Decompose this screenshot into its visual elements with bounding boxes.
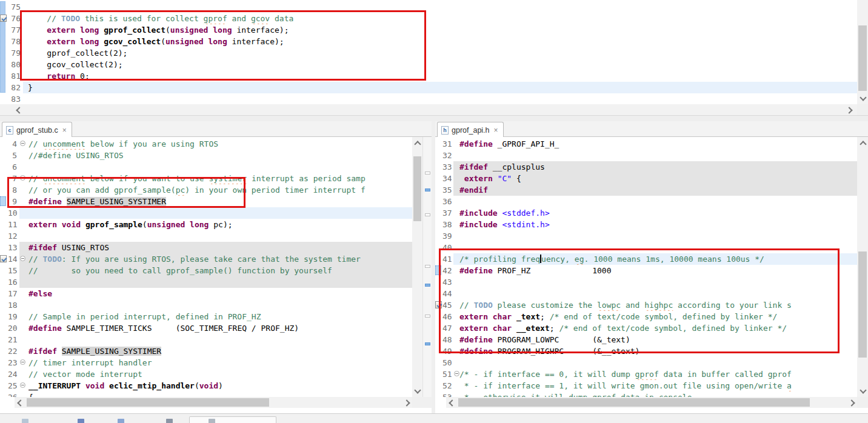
code-line[interactable]: 23// timer interrupt handler xyxy=(0,357,412,368)
code-line[interactable]: 77 extern long gprof_collect(unsigned lo… xyxy=(0,24,857,36)
bottom-view-tab[interactable] xyxy=(189,416,276,423)
scroll-left-icon[interactable] xyxy=(15,398,24,407)
code-line[interactable]: 38#include <stdint.h> xyxy=(435,219,857,230)
scroll-up-icon[interactable] xyxy=(412,138,422,148)
scroll-up-icon[interactable] xyxy=(858,138,867,148)
code-line[interactable]: 48#define PROGRAM_LOWPC (&_text) xyxy=(435,334,857,345)
code-line[interactable]: 32 xyxy=(435,150,857,161)
scroll-left-icon[interactable] xyxy=(446,398,456,407)
code-line[interactable]: 10 xyxy=(0,207,412,219)
code-line[interactable]: 75 xyxy=(0,1,857,13)
code-line[interactable]: 51/* - if interface == 0, it will dump g… xyxy=(435,368,857,380)
code-line[interactable]: 39 xyxy=(435,230,857,242)
scroll-left-icon[interactable] xyxy=(13,105,23,115)
code-line[interactable]: 6 xyxy=(0,161,412,173)
code-area-left[interactable]: 4// uncomment below if you are using RTO… xyxy=(0,137,412,397)
code-line[interactable]: 52 * - if interface == 1, it will write … xyxy=(435,380,857,391)
code-line[interactable]: 26{ xyxy=(0,391,412,397)
overview-marker[interactable] xyxy=(425,265,430,268)
code-line[interactable]: 34 extern "C" { xyxy=(435,173,857,184)
code-line[interactable]: 47extern char __etext; /* end of text/co… xyxy=(435,322,857,334)
code-line[interactable]: 37#include <stddef.h> xyxy=(435,207,857,219)
overview-marker[interactable] xyxy=(425,315,430,318)
view-icon-3-icon[interactable] xyxy=(118,419,124,423)
scroll-right-icon[interactable] xyxy=(845,105,855,115)
scrollbar-thumb[interactable] xyxy=(858,25,867,91)
scrollbar-thumb[interactable] xyxy=(858,251,867,358)
scroll-right-icon[interactable] xyxy=(402,398,412,407)
close-icon[interactable]: × xyxy=(494,126,498,135)
overview-marker[interactable] xyxy=(425,342,430,345)
vertical-scrollbar-left[interactable] xyxy=(412,137,422,397)
code-line[interactable]: 82} xyxy=(0,82,857,93)
vertical-scrollbar-right[interactable] xyxy=(857,137,868,397)
code-line[interactable]: 31#define _GPROF_API_H_ xyxy=(435,138,857,150)
code-line[interactable]: 4// uncomment below if you are using RTO… xyxy=(0,138,412,150)
code-line[interactable]: 25__INTERRUPT void eclic_mtip_handler(vo… xyxy=(0,380,412,391)
code-line[interactable]: 80 gcov_collect(2); xyxy=(0,59,857,70)
scroll-down-icon[interactable] xyxy=(858,93,867,103)
code-line[interactable]: 13#ifdef USING_RTOS xyxy=(0,242,412,253)
code-area-top[interactable]: 7576 // TODO this is used for collect gp… xyxy=(0,0,857,104)
overview-marker[interactable] xyxy=(425,188,430,192)
vertical-scrollbar-top[interactable] xyxy=(857,0,868,104)
close-icon[interactable]: × xyxy=(62,126,67,135)
code-line[interactable]: 40 xyxy=(435,242,857,253)
code-line[interactable]: 50 xyxy=(435,357,857,368)
code-line[interactable]: 44 xyxy=(435,288,857,299)
code-line[interactable]: 17#else xyxy=(0,288,412,299)
code-line[interactable]: 12 xyxy=(0,230,412,242)
scroll-down-icon[interactable] xyxy=(412,386,422,396)
fold-collapse-icon[interactable] xyxy=(19,357,28,368)
code-line[interactable]: 42#define PROF_HZ 1000 xyxy=(435,265,857,276)
scroll-down-icon[interactable] xyxy=(858,386,867,396)
code-line[interactable]: 33#ifdef __cplusplus xyxy=(435,161,857,173)
scrollbar-thumb[interactable] xyxy=(413,156,421,221)
horizontal-scrollbar-top[interactable] xyxy=(0,104,857,115)
code-line[interactable]: 81 return 0; xyxy=(0,70,857,82)
overview-marker[interactable] xyxy=(425,172,430,175)
fold-collapse-icon[interactable] xyxy=(19,138,28,150)
scroll-right-icon[interactable] xyxy=(847,398,857,407)
code-line[interactable]: 16 xyxy=(0,276,412,288)
view-icon-2-icon[interactable] xyxy=(78,419,84,423)
code-line[interactable]: 8// or you can add gprof_sample(pc) in y… xyxy=(0,184,412,196)
code-line[interactable]: 24// vector mode interrupt xyxy=(0,368,412,380)
code-line[interactable]: 14// TODO: If you are using RTOS, please… xyxy=(0,253,412,265)
code-line[interactable]: 46extern char _text; /* end of text/code… xyxy=(435,311,857,322)
code-line[interactable]: 78 extern long gcov_collect(unsigned lon… xyxy=(0,36,857,47)
code-line[interactable]: 9#define SAMPLE_USING_SYSTIMER xyxy=(0,196,412,207)
scrollbar-thumb[interactable] xyxy=(27,398,269,407)
code-line[interactable]: 35#endif xyxy=(435,184,857,196)
code-line[interactable]: 43 xyxy=(435,276,857,288)
overview-marker[interactable] xyxy=(425,213,430,216)
code-line[interactable]: 19// Sample in period interrupt, defined… xyxy=(0,311,412,322)
code-line[interactable]: 79 gprof_collect(2); xyxy=(0,47,857,59)
code-line[interactable]: 15// so you need to call gprof_sample() … xyxy=(0,265,412,276)
fold-collapse-icon[interactable] xyxy=(19,173,28,184)
code-line[interactable]: 11extern void gprof_sample(unsigned long… xyxy=(0,219,412,230)
fold-collapse-icon[interactable] xyxy=(19,253,28,265)
code-line[interactable]: 21 xyxy=(0,334,412,345)
code-line[interactable]: 83 xyxy=(0,93,857,104)
scrollbar-thumb[interactable] xyxy=(458,398,810,407)
code-line[interactable]: 49#define PROGRAM_HIGHPC (&__etext) xyxy=(435,345,857,357)
horizontal-scrollbar-left[interactable] xyxy=(15,397,412,408)
code-line[interactable]: 53 * - otherwise it will dump gprof data… xyxy=(435,391,857,397)
code-line[interactable]: 45// TODO please customize the lowpc and… xyxy=(435,299,857,311)
fold-collapse-icon[interactable] xyxy=(453,368,459,380)
code-line[interactable]: 7// uncomment below if you want to use s… xyxy=(0,173,412,184)
code-line[interactable]: 5//#define USING_RTOS xyxy=(0,150,412,161)
view-icon-5-icon[interactable] xyxy=(209,419,215,423)
code-line[interactable]: 20#define SAMPLE_TIMER_TICKS (SOC_TIMER_… xyxy=(0,322,412,334)
horizontal-scrollbar-right[interactable] xyxy=(446,397,857,408)
code-line[interactable]: 18 xyxy=(0,299,412,311)
view-icon-1-icon[interactable] xyxy=(22,419,28,423)
horizontal-sash[interactable] xyxy=(0,115,868,121)
overview-marker[interactable] xyxy=(425,284,430,287)
code-line[interactable]: 22#ifdef SAMPLE_USING_SYSTIMER xyxy=(0,345,412,357)
code-line[interactable]: 76 // TODO this is used for collect gpro… xyxy=(0,13,857,24)
view-icon-4-icon[interactable] xyxy=(166,419,173,423)
code-line[interactable]: 41/* profiling frequency, eg. 1000 means… xyxy=(435,253,857,265)
fold-collapse-icon[interactable] xyxy=(19,380,28,391)
